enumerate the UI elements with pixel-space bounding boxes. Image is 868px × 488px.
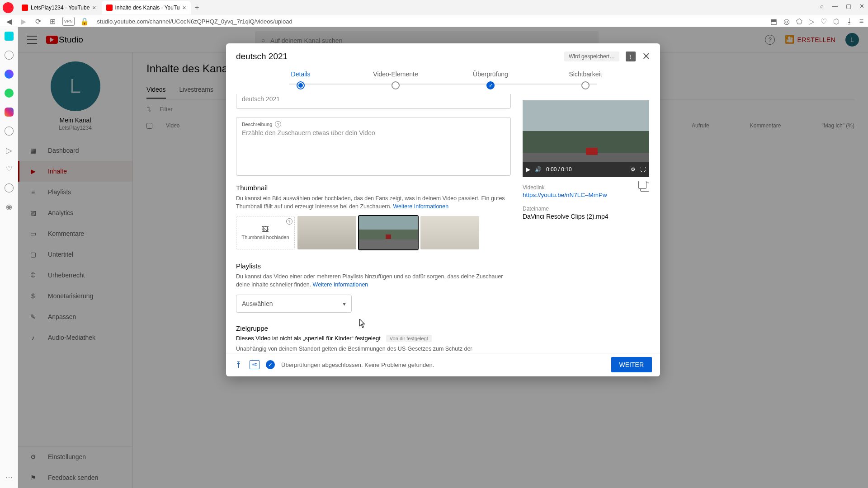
- thumbnail-option-1[interactable]: [297, 216, 356, 249]
- thumbnail-option-3[interactable]: [420, 216, 479, 249]
- audience-status: Dieses Video ist nicht als „speziell für…: [236, 335, 511, 342]
- step-checks[interactable]: Überprüfung: [443, 70, 538, 89]
- video-time: 0:00 / 0:10: [546, 166, 626, 173]
- step-circle: [486, 81, 495, 89]
- video-preview[interactable]: ▶ 🔊 0:00 / 0:10 ⚙ ⛶: [523, 100, 649, 177]
- url-text[interactable]: studio.youtube.com/channel/UCocN6zQPHQZ_…: [94, 18, 765, 25]
- minimize-icon[interactable]: —: [832, 3, 838, 9]
- step-circle: [581, 81, 590, 89]
- step-circle: [392, 81, 400, 89]
- opera-sidebar: ▷ ♡ ◉ ⋯: [0, 27, 18, 488]
- upload-icon: ⭱: [234, 360, 243, 369]
- browser-tab-1[interactable]: LetsPlay1234 - YouTube ×: [17, 1, 101, 14]
- thumbnail-option-2[interactable]: [359, 216, 418, 249]
- description-field[interactable]: Beschreibung?: [236, 117, 511, 176]
- close-icon[interactable]: ✕: [642, 51, 650, 62]
- more-icon[interactable]: ⋯: [5, 473, 13, 482]
- playlist-select[interactable]: Auswählen ▾: [236, 295, 352, 313]
- videolink-label: Videolink: [523, 184, 607, 191]
- tab-label: LetsPlay1234 - YouTube: [31, 5, 90, 11]
- title-field[interactable]: [236, 94, 511, 109]
- history-icon[interactable]: [5, 183, 14, 192]
- videolink[interactable]: https://youtu.be/nN7LC–MmPw: [523, 192, 607, 198]
- address-bar: ◀ ▶ ⟳ ⊞ VPN 🔒 studio.youtube.com/channel…: [0, 15, 868, 27]
- new-tab-button[interactable]: +: [192, 2, 203, 13]
- play-icon[interactable]: ▷: [5, 145, 14, 155]
- lightbulb-icon[interactable]: ◉: [5, 202, 14, 211]
- video-controls: ▶ 🔊 0:00 / 0:10 ⚙ ⛶: [523, 162, 649, 177]
- filename-label: Dateiname: [523, 206, 649, 212]
- instagram-icon[interactable]: [5, 108, 14, 117]
- address-actions: ⬒ ◎ ⬠ ▷ ♡ ⬡ ⭳ ≡: [770, 17, 863, 26]
- browser-chrome: LetsPlay1234 - YouTube × Inhalte des Kan…: [0, 0, 868, 27]
- install-icon[interactable]: ⬒: [770, 17, 777, 26]
- feedback-icon[interactable]: !: [626, 52, 636, 61]
- heart-icon[interactable]: ♡: [5, 164, 14, 174]
- upload-dialog: deutsch 2021 Wird gespeichert… ! ✕ Detai…: [226, 43, 660, 376]
- download-icon[interactable]: ⭳: [846, 17, 853, 26]
- dialog-sidebar: ▶ 🔊 0:00 / 0:10 ⚙ ⛶ Videolink https://yo…: [516, 94, 656, 353]
- youtube-favicon: [22, 5, 28, 11]
- help-icon[interactable]: ?: [275, 121, 281, 127]
- home-icon[interactable]: [5, 32, 14, 41]
- forward-button[interactable]: ▶: [19, 17, 28, 26]
- description-input[interactable]: [242, 129, 505, 165]
- menu-icon[interactable]: ≡: [859, 17, 863, 26]
- browser-tab-2[interactable]: Inhalte des Kanals - YouTu ×: [102, 1, 191, 14]
- youtube-favicon: [106, 5, 113, 11]
- cube-icon[interactable]: ⬡: [833, 17, 840, 26]
- player-icon[interactable]: [5, 127, 14, 136]
- set-by-you-badge: Von dir festgelegt: [386, 335, 432, 342]
- gear-icon[interactable]: ⚙: [631, 166, 636, 173]
- studio-app: Studio ⌕ ? 🎦 ERSTELLEN L L Mein Kanal Le…: [18, 27, 868, 488]
- save-status: Wird gespeichert…: [564, 52, 619, 61]
- audience-subtext: Unabhängig von deinem Standort gelten di…: [236, 345, 511, 353]
- search-icon[interactable]: ⌕: [820, 3, 824, 9]
- step-video-elements[interactable]: Video-Elemente: [348, 70, 443, 89]
- playlists-description: Du kannst das Video einer oder mehreren …: [236, 272, 511, 289]
- more-info-link[interactable]: Weitere Informationen: [313, 282, 368, 288]
- add-image-icon: 🖼: [262, 225, 269, 234]
- thumbnail-upload-button[interactable]: ? 🖼 Thumbnail hochladen: [236, 216, 295, 249]
- dialog-title: deutsch 2021: [236, 52, 564, 61]
- thumbnail-heading: Thumbnail: [236, 184, 511, 192]
- tab-label: Inhalte des Kanals - YouTu: [115, 5, 180, 11]
- close-icon[interactable]: ×: [92, 4, 96, 11]
- more-info-link[interactable]: Weitere Informationen: [393, 203, 448, 210]
- thumbnail-row: ? 🖼 Thumbnail hochladen: [236, 216, 511, 249]
- send-icon[interactable]: ▷: [809, 17, 814, 26]
- footer-status: Überprüfungen abgeschlossen. Keine Probl…: [281, 361, 605, 368]
- vpn-badge[interactable]: VPN: [62, 17, 75, 26]
- close-icon[interactable]: ×: [183, 4, 186, 11]
- messenger-icon[interactable]: [5, 70, 14, 79]
- heart-icon[interactable]: ♡: [821, 17, 827, 26]
- camera-icon[interactable]: ◎: [783, 17, 790, 26]
- opera-logo: [3, 2, 14, 13]
- help-icon[interactable]: ?: [286, 218, 292, 225]
- tab-bar: LetsPlay1234 - YouTube × Inhalte des Kan…: [0, 0, 868, 15]
- bookmark-icon[interactable]: [5, 51, 14, 60]
- hd-badge: HD: [250, 360, 259, 369]
- maximize-icon[interactable]: ▢: [846, 3, 851, 9]
- filename: DaVinci Resolve Clips (2).mp4: [523, 213, 649, 220]
- title-input[interactable]: [242, 95, 505, 103]
- volume-icon[interactable]: 🔊: [535, 166, 542, 173]
- step-details[interactable]: Details: [253, 70, 348, 89]
- fullscreen-icon[interactable]: ⛶: [640, 166, 646, 173]
- copy-icon[interactable]: [640, 183, 649, 192]
- dialog-scroll-area[interactable]: Beschreibung? Thumbnail Du kannst ein Bi…: [236, 94, 516, 353]
- dialog-header: deutsch 2021 Wird gespeichert… ! ✕: [226, 43, 660, 66]
- back-button[interactable]: ◀: [5, 17, 14, 26]
- check-icon: ✓: [266, 360, 275, 369]
- play-icon[interactable]: ▶: [526, 166, 530, 173]
- speed-dial-icon[interactable]: ⊞: [48, 17, 57, 26]
- step-circle: [297, 81, 305, 89]
- whatsapp-icon[interactable]: [5, 89, 14, 98]
- step-visibility[interactable]: Sichtbarkeit: [538, 70, 633, 89]
- modal-overlay: deutsch 2021 Wird gespeichert… ! ✕ Detai…: [18, 27, 868, 488]
- close-window-icon[interactable]: ✕: [859, 3, 864, 9]
- next-button[interactable]: WEITER: [611, 357, 652, 372]
- audience-heading: Zielgruppe: [236, 324, 511, 332]
- pin-icon[interactable]: ⬠: [796, 17, 802, 26]
- reload-button[interactable]: ⟳: [33, 17, 42, 26]
